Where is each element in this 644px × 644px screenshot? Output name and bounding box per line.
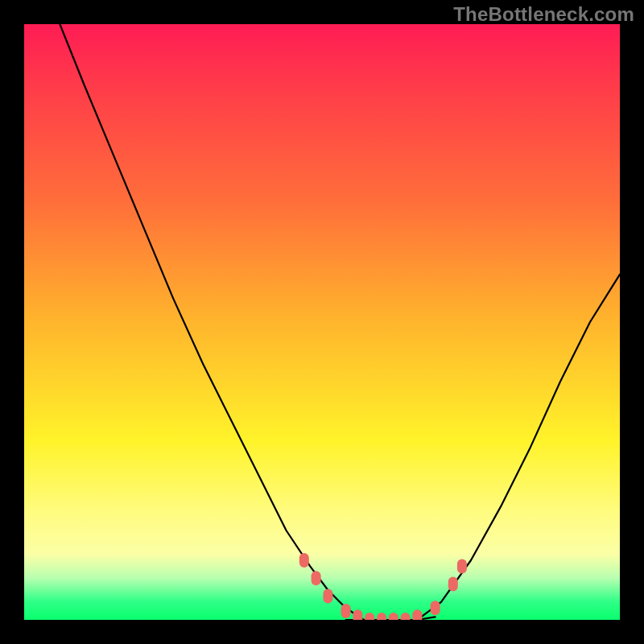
- marker-dot: [353, 609, 362, 620]
- chart-frame: TheBottleneck.com: [0, 0, 644, 644]
- marker-dot: [448, 577, 458, 592]
- marker-dot: [365, 613, 374, 620]
- plot-area: [24, 24, 620, 620]
- watermark-text: TheBottleneck.com: [453, 3, 634, 26]
- marker-dot: [401, 613, 411, 620]
- marker-dot: [457, 559, 467, 573]
- marker-dot: [431, 601, 440, 615]
- marker-dot: [389, 613, 398, 620]
- curve-left-curve: [60, 24, 363, 620]
- marker-dot: [299, 553, 309, 568]
- marker-dot: [341, 604, 351, 618]
- marker-dot: [377, 613, 386, 620]
- marker-dot: [412, 609, 422, 620]
- marker-dot: [312, 571, 321, 585]
- curve-right-curve: [417, 275, 620, 620]
- marker-dot: [323, 588, 332, 603]
- curve-overlay: [24, 24, 620, 620]
